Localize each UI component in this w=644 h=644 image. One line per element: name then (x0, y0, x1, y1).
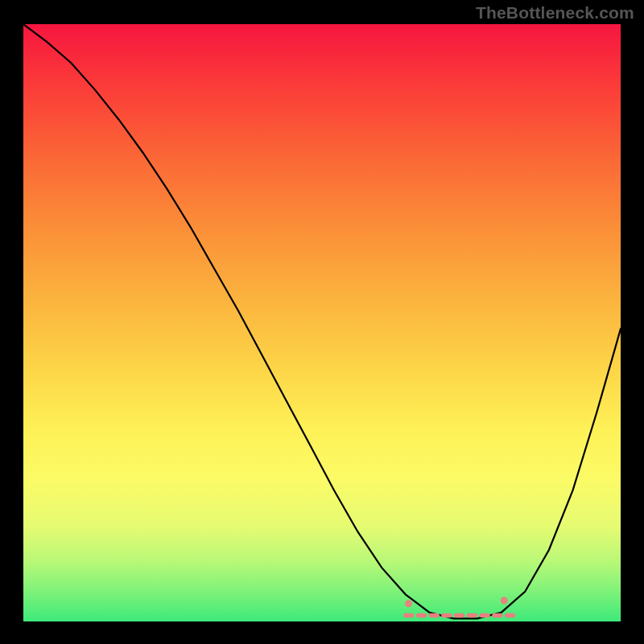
bottleneck-curve-svg (23, 24, 621, 621)
chart-frame: TheBottleneck.com (0, 0, 644, 644)
svg-point-1 (501, 597, 508, 605)
chart-plot-area (23, 24, 621, 621)
svg-point-0 (405, 600, 412, 607)
watermark-text: TheBottleneck.com (476, 3, 634, 23)
bottleneck-curve (23, 24, 621, 618)
